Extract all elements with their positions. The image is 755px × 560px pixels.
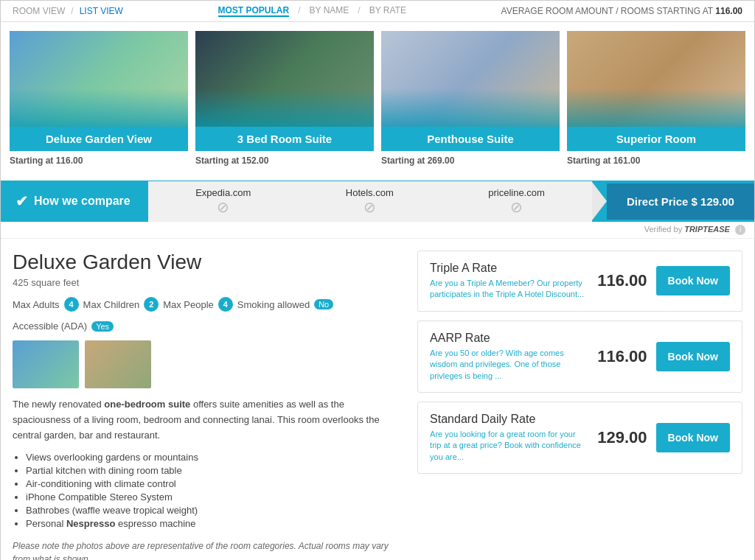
detail-right-column: Triple A Rate Are you a Triple A Memeber… [417,251,742,560]
room-card-title-superior: Superior Room [567,127,745,151]
room-features-list: Views overlooking gardens or mountains P… [26,452,403,529]
rate-card-standard-info: Standard Daily Rate Are you looking for … [430,413,588,463]
rate-card-triple-a-price: 116.00 [597,271,647,290]
sort-name[interactable]: BY NAME [310,5,349,17]
detail-left-column: Deluxe Garden View 425 square feet Max A… [13,251,403,560]
sort-popular[interactable]: MOST POPULAR [218,5,290,17]
room-note: Please note the photos above are represe… [13,539,403,560]
max-children-badge: 2 [144,297,159,312]
room-description: The newly renovated one-bedroom suite of… [13,397,403,443]
rate-card-triple-a-title: Triple A Rate [430,262,588,275]
rate-card-standard: Standard Daily Rate Are you looking for … [417,402,742,474]
room-view-link[interactable]: ROOM VIEW [13,6,65,16]
rate-card-aarp-info: AARP Rate Are you 50 or older? With age … [430,332,588,382]
compare-sites-container: Expedia.com ⊘ Hotels.com ⊘ priceline.com… [148,181,592,222]
rate-card-aarp-title: AARP Rate [430,332,588,345]
room-detail-title: Deluxe Garden View [13,251,403,274]
ban-icon-hotels: ⊘ [346,198,394,216]
list-view-link[interactable]: LIST VIEW [80,6,123,16]
sort-sep2: / [358,5,360,17]
max-people-label: Max People [163,299,214,310]
compare-arrow-icon [592,182,607,220]
compare-bar: ✔ How we compare Expedia.com ⊘ Hotels.co… [1,181,754,222]
sort-sep1: / [298,5,300,17]
compare-site-expedia: Expedia.com ⊘ [195,187,251,216]
info-icon[interactable]: i [735,225,745,235]
direct-price-label: Direct Price $ 129.00 [607,183,754,220]
compare-site-priceline: priceline.com ⊘ [488,187,545,216]
room-card-price-superior: Starting at 161.00 [567,151,745,172]
book-now-aarp-button[interactable]: Book Now [656,342,730,371]
accessible-label: Accessible (ADA) [13,321,87,332]
book-now-standard-button[interactable]: Book Now [656,423,730,452]
compare-site-hotels: Hotels.com ⊘ [346,187,394,216]
check-circle-icon: ✔ [15,192,28,210]
book-now-triple-a-button[interactable]: Book Now [656,266,730,295]
room-cards-container: Deluxe Garden View Starting at 116.00 3 … [1,22,754,172]
feature-4: iPhone Compatible Stereo System [26,491,403,503]
ban-icon-priceline: ⊘ [488,198,545,216]
rate-card-standard-desc: Are you looking for a great room for you… [430,429,588,463]
top-navigation: ROOM VIEW / LIST VIEW MOST POPULAR / BY … [1,1,754,22]
rate-card-aarp-desc: Are you 50 or older? With age comes wisd… [430,348,588,382]
room-thumbnail-1[interactable] [13,340,79,388]
compare-label: ✔ How we compare [1,181,148,222]
room-card-penthouse[interactable]: Penthouse Suite Starting at 269.00 [381,31,560,172]
room-badges: Max Adults 4 Max Children 2 Max People 4… [13,297,403,312]
room-card-title-penthouse: Penthouse Suite [381,127,560,151]
sort-rate[interactable]: BY RATE [369,5,406,17]
rate-card-triple-a-desc: Are you a Triple A Memeber? Our property… [430,278,588,301]
view-toggle: ROOM VIEW / LIST VIEW [13,6,123,16]
rate-card-aarp: AARP Rate Are you 50 or older? With age … [417,321,742,393]
feature-3: Air-conditioning with climate control [26,478,403,489]
accessible-badge-row: Accessible (ADA) Yes [13,321,403,332]
feature-1: Views overlooking gardens or mountains [26,452,403,463]
max-people-badge: 4 [218,297,233,312]
rate-card-aarp-price: 116.00 [597,347,647,366]
room-thumbnail-2[interactable] [85,340,151,388]
sort-options: MOST POPULAR / BY NAME / BY RATE [218,5,406,17]
rate-card-triple-a: Triple A Rate Are you a Triple A Memeber… [417,251,742,312]
ban-icon-expedia: ⊘ [195,198,251,216]
room-thumbnails [13,340,403,388]
feature-5: Bathrobes (waffle weave tropical weight) [26,505,403,516]
room-detail-section: Deluxe Garden View 425 square feet Max A… [1,239,754,560]
max-adults-badge: 4 [64,297,79,312]
room-card-deluxe[interactable]: Deluxe Garden View Starting at 116.00 [10,31,188,172]
smoking-label: Smoking allowed [237,299,310,310]
room-card-price-deluxe: Starting at 116.00 [10,151,188,172]
verified-bar: Verified by TRIPTEASE i [1,222,754,239]
feature-6: Personal Nespresso espresso machine [26,518,403,529]
rate-card-triple-a-info: Triple A Rate Are you a Triple A Memeber… [430,262,588,301]
nav-separator: / [71,6,73,16]
room-card-3bed[interactable]: 3 Bed Room Suite Starting at 152.00 [195,31,374,172]
max-adults-label: Max Adults [13,299,60,310]
rate-card-standard-price: 129.00 [597,428,647,447]
max-children-label: Max Children [83,299,140,310]
rate-card-standard-title: Standard Daily Rate [430,413,588,426]
room-card-title-deluxe: Deluxe Garden View [10,127,188,151]
room-card-price-penthouse: Starting at 269.00 [381,151,560,172]
price-summary: AVERAGE ROOM AMOUNT / ROOMS STARTING AT … [501,6,742,16]
room-card-title-3bed: 3 Bed Room Suite [195,127,374,151]
room-sqft: 425 square feet [13,277,403,288]
room-card-superior[interactable]: Superior Room Starting at 161.00 [567,31,745,172]
room-card-price-3bed: Starting at 152.00 [195,151,374,172]
accessible-badge: Yes [91,321,114,332]
smoking-badge: No [314,299,333,309]
feature-2: Partial kitchen with dining room table [26,465,403,476]
